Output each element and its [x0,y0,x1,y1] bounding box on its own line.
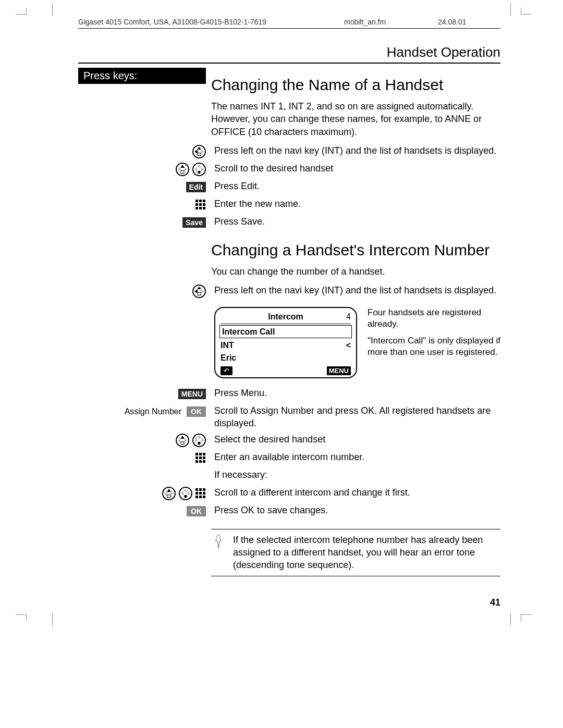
navi-up-icon [162,487,176,500]
display-menu-sk: MENU [327,366,351,376]
t2-step-menu: Press Menu. [209,387,500,399]
display-count: 4 [346,311,351,323]
callout1: Four handsets are registered already. [368,307,500,330]
display-title: Intercom [268,312,303,321]
keypad-icon [195,488,206,499]
header-mid: mobilt_an.fm [344,18,438,26]
display-row2: INT [221,340,234,351]
t1-step5: Press Save. [209,215,500,228]
navi-down-icon [192,163,206,176]
topic1-intro: The names INT 1, INT 2, and so on are as… [211,100,500,138]
t1-step1: Press left on the navi key (INT) and the… [209,144,500,157]
section-title: Handset Operation [78,44,500,64]
note-text: If the selected intercom telephone numbe… [233,534,500,572]
edit-softkey: Edit [186,182,206,192]
keypad-icon [195,453,206,463]
navi-up-icon [176,434,189,447]
navi-down-icon [179,487,192,500]
display-back-sk: ↶ [221,366,232,376]
header-right: 24.08.01 [438,18,500,26]
ok-softkey: OK [187,506,206,516]
handset-display: Intercom 4 Intercom Call INT< Eric ↶ MEN… [214,307,357,378]
display-row1: Intercom Call [222,326,275,338]
note-box: If the selected intercom telephone numbe… [211,529,500,576]
t2-step-assign: Scroll to Assign Number and press OK. Al… [209,404,500,430]
navi-up-icon [176,163,189,176]
header-left: Gigaset 4015 Comfort, USA, A31008-G4015-… [78,18,344,26]
assign-number-label: Assign Number [125,407,181,416]
display-row2-arrow: < [346,340,351,351]
pushpin-icon [211,534,226,572]
topic1-title: Changing the Name of a Handset [211,76,500,94]
t2-step-scrolldiff: Scroll to a different intercom and chang… [209,486,500,499]
topic2-intro: You can change the number of a handset. [211,265,500,278]
t2-step-select: Select the desired handset [209,433,500,446]
t2-step-left: Press left on the navi key (INT) and the… [209,284,500,297]
ok-softkey: OK [187,406,206,417]
doc-header: Gigaset 4015 Comfort, USA, A31008-G4015-… [78,10,500,29]
navi-left-icon [192,285,206,298]
t1-step3: Press Edit. [209,180,500,192]
navi-down-icon [192,434,206,447]
t2-step-ok: Press OK to save changes. [209,504,500,516]
t2-step-ifnec: If necessary: [209,468,500,481]
save-softkey: Save [182,217,206,228]
menu-softkey: MENU [178,389,206,399]
page-number: 41 [78,597,500,608]
keypad-icon [195,200,206,210]
callout2: "Intercom Call" is only displayed if mor… [368,335,500,358]
press-keys-label: Press keys: [78,68,206,84]
t1-step4: Enter the new name. [209,198,500,210]
display-row3: Eric [221,352,236,364]
t2-step-enter: Enter an available intercom number. [209,451,500,463]
topic2-title: Changing a Handset's Intercom Number [211,241,500,259]
t1-step2: Scroll to the desired handset [209,162,500,175]
navi-left-icon [192,145,206,158]
